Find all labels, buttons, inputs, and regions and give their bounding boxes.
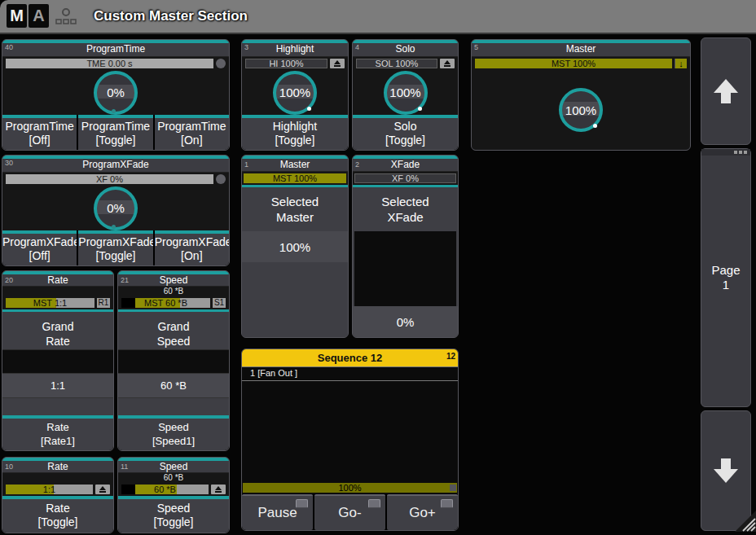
button-row: Rate [Toggle]	[2, 496, 113, 533]
grand-rate-fader[interactable]: MST 1:1	[6, 298, 94, 308]
selected-xfade-fader[interactable]: XF 0%	[354, 173, 456, 183]
speed-toggle-button[interactable]: Speed [Toggle]	[118, 496, 229, 533]
button-row: Solo [Toggle]	[353, 115, 458, 150]
fader-row: MST 100% ↓	[472, 57, 690, 70]
cue-list-area[interactable]	[242, 381, 458, 483]
spacer	[2, 397, 113, 415]
widget-title: Speed	[160, 461, 188, 472]
executor-selected-xfade: 2 XFade XF 0% Selected XFade 0%	[352, 155, 459, 338]
widget-title: Speed	[160, 274, 188, 286]
widget-title: Solo	[395, 43, 415, 55]
fader-row: 1:1	[2, 483, 113, 496]
fader-row: MST 60 *B S1	[118, 296, 229, 309]
executor-number: 3	[244, 43, 248, 51]
ma-logo-a: A	[29, 4, 49, 28]
executor-number: 12	[446, 349, 455, 365]
custom-master-section-window: M A Custom Master Section 40 ProgramTime…	[0, 0, 756, 535]
executor-number: 10	[5, 461, 13, 472]
executor-number: 5	[474, 43, 478, 51]
widget-title: Master	[280, 159, 310, 170]
fader-row: XF 0%	[2, 173, 229, 186]
function-label: Grand Speed	[118, 309, 229, 349]
eject-icon[interactable]	[440, 59, 455, 68]
eject-icon[interactable]	[330, 59, 345, 68]
programtime-on-button[interactable]: ProgramTime [On]	[155, 115, 229, 150]
session-status-icon[interactable]	[55, 7, 77, 31]
programxfade-toggle-button[interactable]: ProgramXFade [Toggle]	[78, 230, 152, 265]
programxfade-knob[interactable]: 0%	[94, 186, 138, 230]
executor-programxfade: 30 ProgramXFade XF 0% 0% ProgramXFade [O…	[2, 155, 230, 266]
widget-header: 4 Solo	[353, 43, 458, 57]
knob-area: 100%	[242, 70, 348, 115]
widget-title: Rate	[47, 461, 68, 472]
master-fader[interactable]: MST 100%	[475, 59, 672, 68]
executor-number: 2	[355, 159, 359, 171]
value-above-bar	[2, 287, 113, 296]
executor-selected-master: 1 Master MST 100% Selected Master 100%	[241, 155, 349, 338]
fader-handle-icon[interactable]	[216, 59, 226, 68]
crossfade-display[interactable]	[354, 231, 456, 306]
executor-speed-toggle: 11 Speed 60 *B 60 *B Speed [Toggle]	[117, 457, 230, 533]
page-up-button[interactable]	[701, 37, 751, 145]
highlight-knob[interactable]: 100%	[273, 71, 317, 115]
panel-handle[interactable]	[701, 149, 750, 156]
widget-header: 3 Highlight	[242, 43, 348, 57]
sequence-header[interactable]: Sequence 12 12	[242, 349, 458, 366]
speed1-button[interactable]: Speed [Speed1]	[118, 415, 229, 450]
widget-header: 11 Speed	[118, 461, 229, 473]
go-plus-button[interactable]: Go+	[387, 494, 458, 530]
programtime-toggle-button[interactable]: ProgramTime [Toggle]	[78, 115, 152, 150]
eject-icon[interactable]	[211, 485, 226, 494]
solo-toggle-button[interactable]: Solo [Toggle]	[353, 115, 458, 150]
widget-title: XFade	[391, 159, 420, 170]
rate-fader[interactable]: 1:1	[6, 485, 93, 494]
resize-handle-icon[interactable]	[735, 511, 756, 535]
button-led-icon	[441, 499, 453, 508]
button-led-icon	[368, 499, 380, 508]
knob-area: 100%	[472, 70, 690, 150]
pause-button[interactable]: Pause	[242, 494, 313, 530]
programxfade-off-button[interactable]: ProgramXFade [Off]	[2, 230, 77, 265]
eject-icon[interactable]	[95, 485, 110, 494]
spacer	[118, 397, 229, 415]
button-row: ProgramXFade [Off] ProgramXFade [Toggle]…	[2, 230, 229, 265]
solo-knob[interactable]: 100%	[384, 71, 428, 115]
button-led-icon	[296, 499, 308, 508]
cue-row[interactable]: 1 [Fan Out ]	[242, 366, 458, 381]
executor-highlight: 3 Highlight HI 100% 100% Highlight [Togg…	[241, 39, 349, 151]
programtime-knob[interactable]: 0%	[94, 71, 138, 115]
down-arrow-icon[interactable]: ↓	[675, 59, 687, 68]
function-label: Grand Rate	[2, 309, 113, 349]
display-area	[118, 349, 229, 373]
fader-row: SOL 100%	[353, 57, 458, 70]
widget-title: ProgramXFade	[82, 159, 148, 170]
fader-handle-icon[interactable]	[216, 174, 226, 184]
rate1-button[interactable]: Rate [Rate1]	[2, 415, 113, 450]
programtime-fader[interactable]: TME 0.00 s	[6, 59, 213, 68]
knob-area: 0%	[2, 186, 229, 230]
display-area	[2, 349, 113, 373]
selected-master-value: 100%	[242, 231, 348, 262]
executor-master: 5 Master MST 100% ↓ 100%	[471, 39, 691, 151]
grand-speed-fader[interactable]: MST 60 *B	[121, 298, 210, 308]
sequence-button-row: Pause Go- Go+	[242, 494, 458, 530]
speed-fader[interactable]: 60 *B	[121, 485, 209, 494]
highlight-toggle-button[interactable]: Highlight [Toggle]	[242, 115, 348, 150]
programxfade-on-button[interactable]: ProgramXFade [On]	[155, 230, 229, 265]
rate-toggle-button[interactable]: Rate [Toggle]	[2, 496, 113, 533]
executor-number: 1	[244, 159, 248, 171]
programxfade-fader[interactable]: XF 0%	[6, 174, 213, 184]
assignment-tag: R1	[97, 298, 110, 308]
solo-fader[interactable]: SOL 100%	[356, 59, 437, 68]
master-knob[interactable]: 100%	[559, 88, 603, 132]
selected-master-fader[interactable]: MST 100%	[244, 173, 346, 183]
programtime-off-button[interactable]: ProgramTime [Off]	[2, 115, 77, 150]
widget-header: 40 ProgramTime	[2, 43, 229, 57]
go-minus-button[interactable]: Go-	[314, 494, 385, 530]
ma-logo[interactable]: M A	[7, 4, 49, 28]
page-indicator[interactable]: Page 1	[701, 148, 751, 407]
button-row: Speed [Speed1]	[118, 415, 229, 450]
widget-title: ProgramTime	[86, 43, 145, 55]
highlight-fader[interactable]: HI 100%	[245, 59, 327, 68]
sequence-master-bar[interactable]: 100%	[243, 483, 457, 493]
